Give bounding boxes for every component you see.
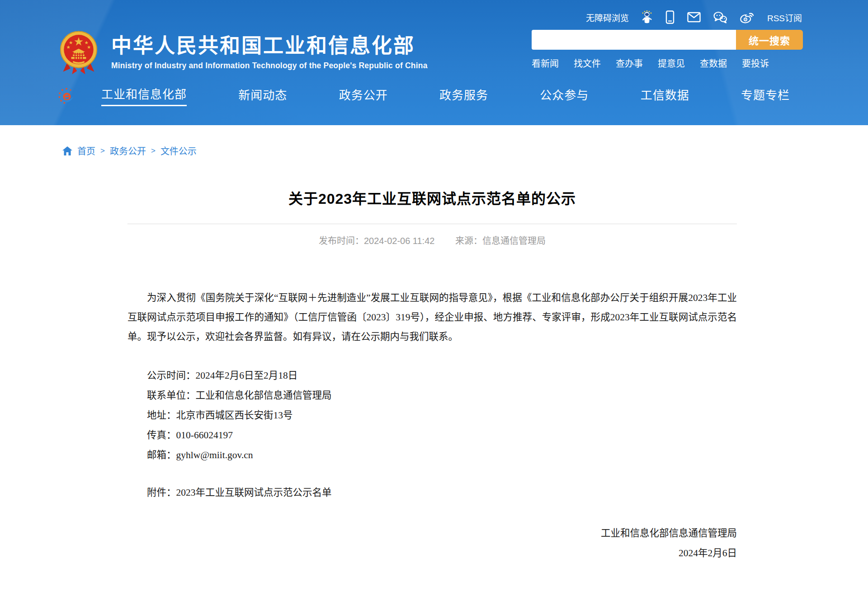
article: 关于2023年工业互联网试点示范名单的公示 发布时间：2024-02-06 11… [127, 187, 737, 563]
publish-time: 发布时间：2024-02-06 11:42 [319, 236, 434, 246]
article-title: 关于2023年工业互联网试点示范名单的公示 [127, 187, 737, 208]
contact-address: 地址：北京市西城区西长安街13号 [127, 405, 737, 425]
signature-organization: 工业和信息化部信息通信管理局 [127, 523, 737, 543]
publish-time-value: 2024-02-06 11:42 [364, 236, 434, 246]
article-paragraph: 为深入贯彻《国务院关于深化“互联网＋先进制造业”发展工业互联网的指导意见》，根据… [127, 288, 737, 347]
nav-item-news[interactable]: 新闻动态 [238, 86, 287, 106]
breadcrumb-home[interactable]: 首页 [77, 144, 95, 157]
article-meta: 发布时间：2024-02-06 11:42 来源：信息通信管理局 [127, 234, 737, 247]
breadcrumb: 首页 > 政务公开 > 文件公示 [62, 144, 868, 157]
site-title: 中华人民共和国工业和信息化部 [111, 34, 428, 58]
robot-mascot-icon [641, 10, 653, 24]
publish-time-label: 发布时间： [319, 236, 364, 246]
quick-links: 看新闻 找文件 查办事 提意见 查数据 要投诉 [532, 56, 803, 70]
contact-unit: 联系单位：工业和信息化部信息通信管理局 [127, 385, 737, 405]
accessibility-link[interactable]: 无障碍浏览 [586, 11, 629, 23]
breadcrumb-document-publicity[interactable]: 文件公示 [160, 144, 197, 157]
email-icon [687, 12, 701, 23]
breadcrumb-gov-disclosure[interactable]: 政务公开 [110, 144, 146, 157]
brand: 中华人民共和国工业和信息化部 Ministry of Industry and … [58, 30, 428, 75]
nav-item-miit[interactable]: 工业和信息化部 [101, 85, 187, 106]
contact-fax: 传真：010-66024197 [127, 425, 737, 445]
breadcrumb-separator: > [150, 146, 156, 155]
signature-date: 2024年2月6日 [127, 543, 737, 563]
email-link[interactable] [687, 12, 701, 23]
signature-block: 工业和信息化部信息通信管理局 2024年2月6日 [127, 523, 737, 563]
breadcrumb-separator: > [99, 146, 106, 155]
quick-link-services[interactable]: 查办事 [616, 56, 643, 70]
unified-search-button[interactable]: 统一搜索 [736, 30, 803, 50]
source-label: 来源： [455, 236, 482, 246]
nav-item-miit-data[interactable]: 工信数据 [641, 86, 689, 106]
publicity-period: 公示时间：2024年2月6日至2月18日 [127, 366, 737, 385]
main-content: 首页 > 政务公开 > 文件公示 关于2023年工业互联网试点示范名单的公示 发… [0, 144, 868, 563]
home-icon[interactable] [62, 146, 72, 155]
mobile-icon [665, 10, 675, 24]
quick-link-news[interactable]: 看新闻 [532, 56, 559, 70]
miit-e-logo-icon [58, 87, 75, 104]
weibo-icon [740, 11, 755, 23]
quick-link-complaint[interactable]: 要投诉 [742, 56, 769, 70]
wechat-icon [713, 11, 727, 23]
search-box: 统一搜索 [532, 30, 803, 50]
nav-items: 工业和信息化部 新闻动态 政务公开 政务服务 公众参与 工信数据 专题专栏 [101, 85, 790, 106]
nav-item-public-participation[interactable]: 公众参与 [540, 86, 589, 106]
main-nav: 工业和信息化部 新闻动态 政务公开 政务服务 公众参与 工信数据 专题专栏 [0, 85, 868, 106]
mobile-version-link[interactable] [665, 10, 675, 24]
article-body: 为深入贯彻《国务院关于深化“互联网＋先进制造业”发展工业互联网的指导意见》，根据… [127, 288, 737, 563]
quick-link-data[interactable]: 查数据 [700, 56, 727, 70]
contact-email: 邮箱：gyhlw@miit.gov.cn [127, 445, 737, 465]
rss-link[interactable]: RSS订阅 [767, 11, 802, 23]
weibo-link[interactable] [740, 11, 755, 23]
topbar: 无障碍浏览 [0, 0, 868, 25]
attachment-line: 附件：2023年工业互联网试点示范公示名单 [127, 483, 737, 502]
nav-item-special-topics[interactable]: 专题专栏 [741, 86, 790, 106]
search-input[interactable] [532, 30, 736, 50]
source: 来源：信息通信管理局 [455, 236, 546, 246]
quick-link-feedback[interactable]: 提意见 [658, 56, 685, 70]
source-value: 信息通信管理局 [482, 236, 546, 246]
wechat-link[interactable] [713, 11, 727, 23]
quick-link-documents[interactable]: 找文件 [574, 56, 601, 70]
site-identity: 中华人民共和国工业和信息化部 Ministry of Industry and … [111, 34, 428, 70]
search-area: 统一搜索 看新闻 找文件 查办事 提意见 查数据 要投诉 [532, 30, 803, 75]
contact-details: 公示时间：2024年2月6日至2月18日 联系单位：工业和信息化部信息通信管理局… [127, 366, 737, 465]
site-header: 无障碍浏览 [0, 0, 868, 125]
accessibility-robot-icon[interactable] [641, 10, 653, 24]
nav-item-gov-services[interactable]: 政务服务 [439, 86, 488, 106]
nav-item-gov-disclosure[interactable]: 政务公开 [339, 86, 388, 106]
brand-row: 中华人民共和国工业和信息化部 Ministry of Industry and … [0, 25, 868, 75]
title-divider [127, 224, 737, 224]
national-emblem [58, 30, 99, 75]
site-subtitle: Ministry of Industry and Information Tec… [111, 61, 428, 70]
page: 无障碍浏览 [0, 0, 868, 610]
